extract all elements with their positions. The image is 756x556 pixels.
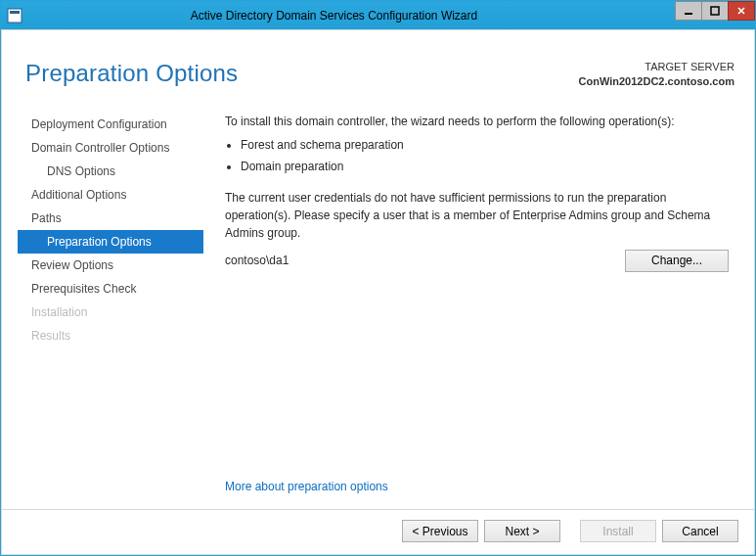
operation-list: Forest and schema preparation Domain pre… bbox=[241, 136, 729, 175]
close-button[interactable] bbox=[728, 1, 755, 21]
window-title: Active Directory Domain Services Configu… bbox=[30, 9, 755, 23]
cancel-button[interactable]: Cancel bbox=[662, 520, 738, 542]
nav-dns-options[interactable]: DNS Options bbox=[18, 160, 203, 183]
svg-rect-2 bbox=[685, 13, 692, 15]
page-title: Preparation Options bbox=[25, 60, 238, 87]
nav-domain-controller-options[interactable]: Domain Controller Options bbox=[18, 136, 203, 160]
client-area: Preparation Options TARGET SERVER ConWin… bbox=[1, 29, 755, 555]
target-server-label: TARGET SERVER bbox=[579, 60, 734, 74]
change-credentials-button[interactable]: Change... bbox=[625, 250, 729, 272]
bullet-domain-preparation: Domain preparation bbox=[241, 158, 729, 175]
window-buttons bbox=[676, 1, 755, 21]
credential-value: contoso\da1 bbox=[225, 252, 289, 269]
next-button[interactable]: Next > bbox=[484, 520, 560, 542]
svg-rect-1 bbox=[10, 11, 20, 14]
bullet-forest-schema: Forest and schema preparation bbox=[241, 136, 729, 154]
nav-prerequisites-check[interactable]: Prerequisites Check bbox=[18, 277, 203, 301]
titlebar: Active Directory Domain Services Configu… bbox=[1, 1, 755, 29]
app-icon bbox=[7, 8, 22, 23]
nav-preparation-options[interactable]: Preparation Options bbox=[18, 230, 203, 254]
nav-results: Results bbox=[18, 324, 203, 348]
footer-buttons: < Previous Next > Install Cancel bbox=[2, 509, 754, 554]
target-server-name: ConWin2012DC2.contoso.com bbox=[579, 74, 734, 89]
wizard-window: Active Directory Domain Services Configu… bbox=[0, 0, 756, 556]
nav-installation: Installation bbox=[18, 301, 203, 324]
intro-text: To install this domain controller, the w… bbox=[225, 113, 729, 130]
maximize-button[interactable] bbox=[701, 1, 729, 21]
nav-additional-options[interactable]: Additional Options bbox=[18, 183, 203, 207]
more-about-link[interactable]: More about preparation options bbox=[225, 480, 738, 493]
svg-rect-3 bbox=[711, 7, 719, 15]
previous-button[interactable]: < Previous bbox=[402, 520, 478, 542]
content-pane: To install this domain controller, the w… bbox=[203, 109, 738, 480]
permissions-warning: The current user credentials do not have… bbox=[225, 189, 729, 242]
target-server-block: TARGET SERVER ConWin2012DC2.contoso.com bbox=[579, 60, 734, 89]
nav-deployment-configuration[interactable]: Deployment Configuration bbox=[18, 113, 203, 136]
nav-paths[interactable]: Paths bbox=[18, 207, 203, 230]
wizard-sidebar: Deployment Configuration Domain Controll… bbox=[18, 109, 203, 480]
install-button: Install bbox=[580, 520, 656, 542]
minimize-button[interactable] bbox=[675, 1, 702, 21]
nav-review-options[interactable]: Review Options bbox=[18, 254, 203, 277]
